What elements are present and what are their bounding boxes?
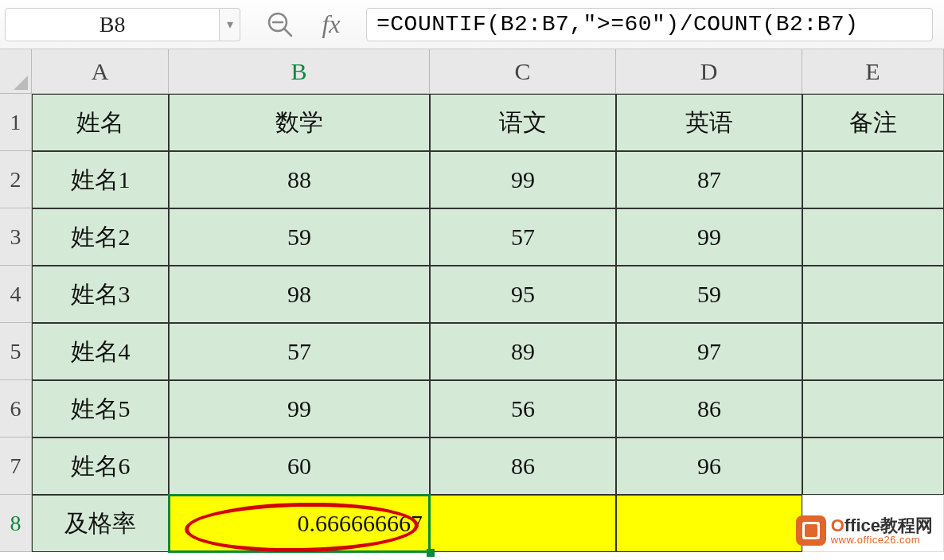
watermark-text: Office教程网 www.office26.com — [831, 517, 933, 545]
watermark-badge-icon — [796, 515, 826, 546]
cell-c4[interactable]: 95 — [430, 266, 616, 323]
cell-a8[interactable]: 及格率 — [32, 495, 169, 552]
cell-a5[interactable]: 姓名4 — [32, 323, 169, 380]
table-row: 姓名5 99 56 86 — [32, 380, 944, 438]
col-header-c[interactable]: C — [430, 49, 616, 94]
cell-c5[interactable]: 89 — [430, 323, 616, 380]
cell-a2[interactable]: 姓名1 — [32, 151, 169, 208]
table-row: 姓名4 57 89 97 — [32, 323, 944, 380]
formula-bar-icons: fx — [245, 9, 366, 41]
cell-c2[interactable]: 99 — [430, 151, 616, 208]
chevron-down-icon: ▾ — [227, 17, 233, 32]
cell-a1[interactable]: 姓名 — [32, 94, 169, 151]
row-header-1[interactable]: 1 — [0, 94, 32, 151]
watermark-url: www.office26.com — [831, 535, 933, 545]
cell-d1[interactable]: 英语 — [616, 94, 802, 151]
cell-e7[interactable] — [802, 438, 944, 495]
svg-line-1 — [284, 29, 291, 36]
cell-e5[interactable] — [802, 323, 944, 380]
col-header-b[interactable]: B — [169, 49, 430, 94]
table-row: 姓名1 88 99 87 — [32, 151, 944, 208]
cell-c7[interactable]: 86 — [430, 438, 616, 495]
formula-bar: B8 ▾ fx =COUNTIF(B2:B7,">=60")/COUNT(B2:… — [0, 0, 944, 49]
row-header-7[interactable]: 7 — [0, 438, 32, 495]
row-header-6[interactable]: 6 — [0, 380, 32, 438]
watermark: Office教程网 www.office26.com — [796, 515, 933, 546]
name-box-dropdown[interactable]: ▾ — [220, 8, 240, 41]
formula-input[interactable]: =COUNTIF(B2:B7,">=60")/COUNT(B2:B7) — [366, 8, 933, 41]
cell-d5[interactable]: 97 — [616, 323, 802, 380]
cell-d7[interactable]: 96 — [616, 438, 802, 495]
cell-b3[interactable]: 59 — [169, 208, 430, 266]
cell-e1[interactable]: 备注 — [802, 94, 944, 151]
fill-handle[interactable] — [427, 549, 435, 557]
cell-b1[interactable]: 数学 — [169, 94, 430, 151]
cell-c8[interactable] — [430, 495, 616, 552]
row-headers: 1 2 3 4 5 6 7 8 — [0, 94, 32, 552]
cell-b7[interactable]: 60 — [169, 438, 430, 495]
row-header-3[interactable]: 3 — [0, 208, 32, 266]
cell-a6[interactable]: 姓名5 — [32, 380, 169, 438]
row-header-5[interactable]: 5 — [0, 323, 32, 380]
cell-d3[interactable]: 99 — [616, 208, 802, 266]
cell-d2[interactable]: 87 — [616, 151, 802, 208]
cell-b5[interactable]: 57 — [169, 323, 430, 380]
col-header-a[interactable]: A — [32, 49, 169, 94]
cell-a3[interactable]: 姓名2 — [32, 208, 169, 266]
name-box-container: B8 ▾ — [0, 4, 245, 45]
row-header-2[interactable]: 2 — [0, 151, 32, 208]
cell-c3[interactable]: 57 — [430, 208, 616, 266]
cell-a4[interactable]: 姓名3 — [32, 266, 169, 323]
cell-b4[interactable]: 98 — [169, 266, 430, 323]
cell-d8[interactable] — [616, 495, 802, 552]
cell-e2[interactable] — [802, 151, 944, 208]
table-row: 姓名3 98 95 59 — [32, 266, 944, 323]
svg-rect-5 — [805, 524, 817, 537]
watermark-title-prefix: O — [831, 515, 845, 535]
grid: 姓名 数学 语文 英语 备注 姓名1 88 99 87 姓名2 59 57 99… — [32, 94, 944, 552]
cell-c1[interactable]: 语文 — [430, 94, 616, 151]
table-row: 姓名 数学 语文 英语 备注 — [32, 94, 944, 151]
col-header-d[interactable]: D — [616, 49, 802, 94]
cell-e6[interactable] — [802, 380, 944, 438]
zoom-out-icon[interactable] — [264, 9, 296, 41]
cell-e4[interactable] — [802, 266, 944, 323]
table-row: 姓名6 60 86 96 — [32, 438, 944, 495]
cell-b2[interactable]: 88 — [169, 151, 430, 208]
table-row: 姓名2 59 57 99 — [32, 208, 944, 266]
cell-a7[interactable]: 姓名6 — [32, 438, 169, 495]
row-header-8[interactable]: 8 — [0, 495, 32, 552]
watermark-title-rest: ffice教程网 — [845, 515, 933, 535]
cell-d6[interactable]: 86 — [616, 380, 802, 438]
row-header-4[interactable]: 4 — [0, 266, 32, 323]
cell-b6[interactable]: 99 — [169, 380, 430, 438]
cell-b8[interactable]: 0.666666667 — [169, 495, 430, 552]
select-all-corner[interactable] — [0, 49, 32, 94]
svg-marker-3 — [14, 76, 28, 90]
cell-e3[interactable] — [802, 208, 944, 266]
name-box[interactable]: B8 — [5, 8, 220, 41]
cell-d4[interactable]: 59 — [616, 266, 802, 323]
cell-c6[interactable]: 56 — [430, 380, 616, 438]
col-header-e[interactable]: E — [802, 49, 944, 94]
column-headers: A B C D E — [32, 49, 944, 94]
fx-icon[interactable]: fx — [315, 9, 347, 41]
